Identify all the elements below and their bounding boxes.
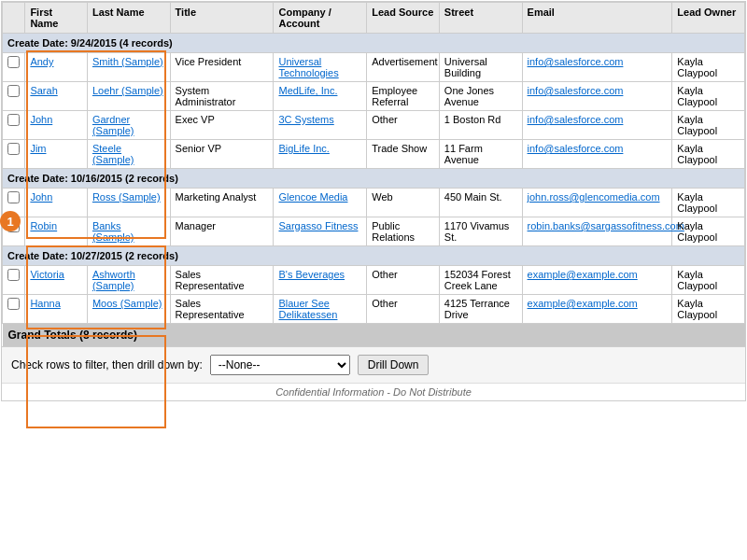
lead-owner-cell: Kayla Claypool xyxy=(672,295,745,324)
lead-source-cell: Web xyxy=(367,189,440,217)
group-header-0: Create Date: 9/24/2015 (4 records) xyxy=(3,34,745,53)
street-cell: 4125 Terrance Drive xyxy=(439,295,522,324)
lead-owner-cell: Kayla Claypool xyxy=(672,266,745,295)
lead-source-cell: Employee Referral xyxy=(367,82,440,111)
email-link[interactable]: info@salesforce.com xyxy=(528,143,624,154)
first-name-link[interactable]: Sarah xyxy=(30,85,57,96)
lead-owner-cell: Kayla Claypool xyxy=(672,53,745,82)
email-link[interactable]: robin.banks@sargassofitness.com xyxy=(528,220,684,231)
last-name-link[interactable]: Gardner (Sample) xyxy=(92,114,134,136)
title-cell: Marketing Analyst xyxy=(170,189,274,217)
drill-down-button[interactable]: Drill Down xyxy=(358,355,430,375)
company-link[interactable]: Glencoe Media xyxy=(278,191,347,203)
company-link[interactable]: Universal Technologies xyxy=(278,56,338,78)
lead-owner-cell: Kayla Claypool xyxy=(672,217,745,246)
title-cell: Vice President xyxy=(170,53,274,82)
last-name-link[interactable]: Smith (Sample) xyxy=(92,56,163,67)
first-name-link[interactable]: Andy xyxy=(30,56,53,67)
drill-down-select[interactable]: --None-- xyxy=(210,355,350,375)
first-name-link[interactable]: Hanna xyxy=(30,298,60,309)
street-cell: 450 Main St. xyxy=(439,189,522,217)
header-email[interactable]: Email xyxy=(522,3,672,34)
row-checkbox[interactable] xyxy=(7,298,20,310)
lead-source-cell: Public Relations xyxy=(367,217,440,246)
table-row: HannaMoos (Sample)Sales RepresentativeBl… xyxy=(3,295,745,324)
table-row: AndySmith (Sample)Vice PresidentUniversa… xyxy=(3,53,745,82)
header-lead-source[interactable]: Lead Source xyxy=(367,3,440,34)
badge-1: 1 xyxy=(0,211,21,231)
title-cell: Senior VP xyxy=(170,140,274,169)
row-checkbox[interactable] xyxy=(7,143,20,155)
last-name-link[interactable]: Ashworth (Sample) xyxy=(92,269,135,291)
first-name-link[interactable]: John xyxy=(30,114,52,125)
email-link[interactable]: example@example.com xyxy=(528,298,638,309)
lead-owner-cell: Kayla Claypool xyxy=(672,111,745,140)
company-link[interactable]: BigLife Inc. xyxy=(278,143,329,154)
header-checkbox xyxy=(3,3,25,34)
table-row: VictoriaAshworth (Sample)Sales Represent… xyxy=(3,266,745,295)
header-company[interactable]: Company / Account xyxy=(274,3,367,34)
lead-source-cell: Other xyxy=(367,266,440,295)
lead-owner-cell: Kayla Claypool xyxy=(672,140,745,169)
last-name-link[interactable]: Ross (Sample) xyxy=(92,191,161,203)
company-link[interactable]: Blauer See Delikatessen xyxy=(278,298,337,320)
first-name-link[interactable]: Victoria xyxy=(30,269,63,280)
last-name-link[interactable]: Moos (Sample) xyxy=(92,298,162,309)
grand-total-label: Grand Totals (8 records) xyxy=(8,329,137,342)
lead-owner-cell: Kayla Claypool xyxy=(672,189,745,217)
lead-source-cell: Other xyxy=(367,111,440,140)
title-cell: Sales Representative xyxy=(170,266,274,295)
table-row: JohnRoss (Sample)Marketing AnalystGlenco… xyxy=(3,189,745,217)
confidential-bar: Confidential Information - Do Not Distri… xyxy=(2,383,745,400)
street-cell: 11 Farm Avenue xyxy=(439,140,522,169)
footer-bar: Check rows to filter, then drill down by… xyxy=(2,346,745,383)
street-cell: 1 Boston Rd xyxy=(439,111,522,140)
lead-owner-cell: Kayla Claypool xyxy=(672,82,745,111)
street-cell: Universal Building xyxy=(439,53,522,82)
first-name-link[interactable]: Jim xyxy=(30,143,46,154)
header-first-name[interactable]: First Name xyxy=(25,3,88,34)
company-link[interactable]: 3C Systems xyxy=(278,114,333,125)
table-row: JohnGardner (Sample)Exec VP3C SystemsOth… xyxy=(3,111,745,140)
table-header: First Name Last Name Title Company / Acc… xyxy=(3,3,745,34)
title-cell: System Administrator xyxy=(170,82,274,111)
lead-source-cell: Trade Show xyxy=(367,140,440,169)
filter-label: Check rows to filter, then drill down by… xyxy=(11,358,203,371)
company-link[interactable]: MedLife, Inc. xyxy=(278,85,337,96)
header-street[interactable]: Street xyxy=(439,3,522,34)
row-checkbox[interactable] xyxy=(7,269,20,281)
row-checkbox[interactable] xyxy=(7,191,20,203)
group-header-1: Create Date: 10/16/2015 (2 records) xyxy=(3,169,745,189)
email-link[interactable]: info@salesforce.com xyxy=(528,114,624,125)
last-name-link[interactable]: Steele (Sample) xyxy=(92,143,134,165)
email-link[interactable]: john.ross@glencomedia.com xyxy=(528,191,660,203)
lead-source-cell: Other xyxy=(367,295,440,324)
table-row: RobinBanks (Sample)ManagerSargasso Fitne… xyxy=(3,217,745,246)
street-cell: 1170 Vivamus St. xyxy=(439,217,522,246)
street-cell: One Jones Avenue xyxy=(439,82,522,111)
header-title[interactable]: Title xyxy=(170,3,274,34)
group-header-2: Create Date: 10/27/2015 (2 records) xyxy=(3,246,745,266)
header-last-name[interactable]: Last Name xyxy=(87,3,170,34)
company-link[interactable]: B's Beverages xyxy=(278,269,345,280)
row-checkbox[interactable] xyxy=(7,85,20,97)
row-checkbox[interactable] xyxy=(7,56,20,68)
table-row: JimSteele (Sample)Senior VPBigLife Inc.T… xyxy=(3,140,745,169)
row-checkbox[interactable] xyxy=(7,114,20,126)
title-cell: Manager xyxy=(170,217,274,246)
first-name-link[interactable]: Robin xyxy=(30,220,57,231)
last-name-link[interactable]: Banks (Sample) xyxy=(92,220,134,243)
lead-source-cell: Advertisement xyxy=(367,53,440,82)
table-row: SarahLoehr (Sample)System AdministratorM… xyxy=(3,82,745,111)
email-link[interactable]: info@salesforce.com xyxy=(528,56,624,67)
company-link[interactable]: Sargasso Fitness xyxy=(278,220,358,231)
title-cell: Sales Representative xyxy=(170,295,274,324)
grand-total-row: Grand Totals (8 records) xyxy=(3,324,745,347)
last-name-link[interactable]: Loehr (Sample) xyxy=(92,85,163,96)
header-lead-owner[interactable]: Lead Owner xyxy=(672,3,745,34)
email-link[interactable]: info@salesforce.com xyxy=(528,85,624,96)
email-link[interactable]: example@example.com xyxy=(528,269,638,280)
first-name-link[interactable]: John xyxy=(30,191,52,203)
title-cell: Exec VP xyxy=(170,111,274,140)
street-cell: 152034 Forest Creek Lane xyxy=(439,266,522,295)
